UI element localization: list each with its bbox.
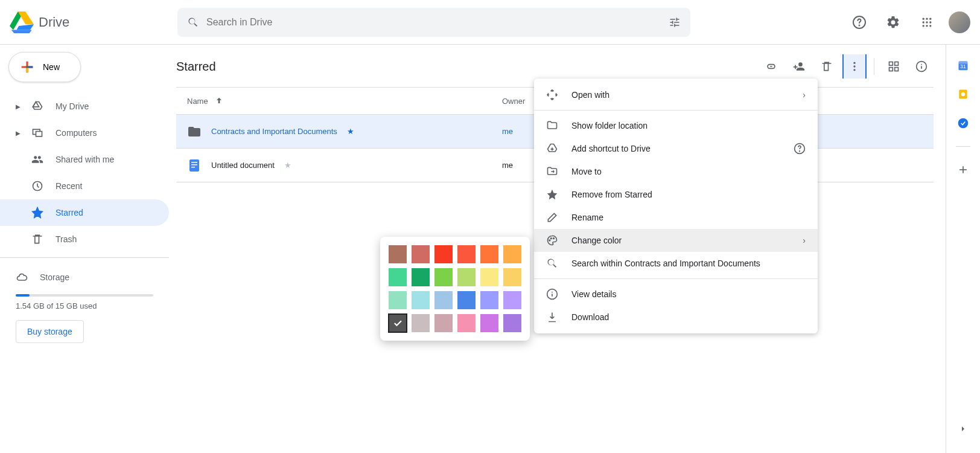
nav-shared[interactable]: Shared with me [0, 146, 169, 173]
menu-open-with[interactable]: Open with › [534, 83, 818, 106]
tune-icon[interactable] [669, 16, 681, 28]
computers-icon [31, 127, 43, 139]
color-swatch[interactable] [503, 245, 521, 263]
color-swatch[interactable] [480, 291, 498, 309]
color-swatch[interactable] [434, 314, 453, 332]
svg-point-34 [549, 240, 550, 241]
help-button[interactable] [847, 10, 871, 34]
search-input[interactable] [206, 17, 661, 28]
color-swatch[interactable] [412, 291, 430, 309]
svg-rect-17 [889, 62, 893, 66]
grid-view-button[interactable] [882, 54, 906, 79]
nav-storage[interactable]: Storage [16, 266, 153, 288]
tasks-icon[interactable] [957, 117, 969, 129]
color-swatch[interactable] [457, 314, 476, 332]
color-swatch[interactable] [457, 245, 476, 263]
chevron-right-icon: › [803, 90, 806, 100]
nav-computers[interactable]: ▶ Computers [0, 120, 169, 146]
sort-asc-icon [214, 96, 224, 106]
menu-move-to[interactable]: Move to [534, 160, 818, 183]
action-bar [759, 54, 934, 79]
svg-rect-24 [191, 164, 197, 165]
apps-icon [921, 16, 933, 28]
settings-button[interactable] [881, 10, 905, 34]
trash-icon [821, 60, 833, 72]
color-swatch[interactable] [434, 291, 453, 309]
info-icon [915, 60, 928, 72]
color-swatch[interactable] [412, 314, 430, 332]
color-swatch[interactable] [389, 245, 407, 263]
nav-starred[interactable]: Starred [0, 199, 169, 226]
logo[interactable]: Drive [10, 10, 173, 34]
app-header: Drive [0, 0, 980, 45]
svg-point-8 [923, 25, 924, 27]
collapse-rail-button[interactable] [951, 417, 975, 441]
more-actions-button[interactable] [842, 54, 867, 79]
nav-label: Trash [56, 234, 77, 244]
color-swatch[interactable] [503, 314, 521, 332]
menu-view-details[interactable]: View details [534, 283, 818, 306]
get-link-button[interactable] [759, 54, 783, 79]
color-swatch[interactable] [389, 291, 407, 309]
link-icon [765, 60, 777, 72]
recent-icon [31, 180, 43, 192]
page-title: Starred [176, 60, 216, 74]
color-swatch[interactable] [434, 268, 453, 286]
calendar-icon[interactable]: 31 [957, 59, 969, 71]
file-name: Untitled document [211, 161, 275, 170]
color-swatch[interactable] [480, 268, 498, 286]
menu-search-within[interactable]: Search within Contracts and Important Do… [534, 252, 818, 275]
star-filled-icon: ★ [347, 127, 354, 136]
nav-recent[interactable]: Recent [0, 173, 169, 199]
delete-button[interactable] [815, 54, 839, 79]
person-add-icon [793, 60, 805, 72]
color-swatch[interactable] [503, 268, 521, 286]
color-swatch[interactable] [457, 291, 476, 309]
help-icon[interactable] [794, 143, 806, 155]
shared-icon [31, 153, 43, 165]
share-button[interactable] [787, 54, 811, 79]
svg-point-10 [929, 25, 931, 27]
menu-change-color[interactable]: Change color › [534, 229, 818, 252]
keep-icon[interactable] [957, 88, 969, 100]
color-swatch[interactable] [412, 268, 430, 286]
search-bar[interactable] [177, 8, 690, 37]
apps-button[interactable] [915, 10, 939, 34]
svg-point-36 [553, 238, 555, 239]
menu-rename[interactable]: Rename [534, 206, 818, 229]
menu-add-shortcut[interactable]: Add shortcut to Drive [534, 137, 818, 160]
storage-progress [16, 294, 153, 297]
menu-remove-starred[interactable]: Remove from Starred [534, 183, 818, 206]
color-swatch[interactable] [434, 245, 453, 263]
svg-point-15 [853, 65, 855, 67]
color-swatch[interactable] [480, 245, 498, 263]
svg-point-4 [929, 18, 931, 19]
account-avatar[interactable] [949, 11, 970, 33]
nav-my-drive[interactable]: ▶ My Drive [0, 93, 169, 120]
color-swatch[interactable] [457, 268, 476, 286]
col-name[interactable]: Name [176, 96, 502, 106]
details-button[interactable] [909, 54, 934, 79]
menu-download[interactable]: Download [534, 306, 818, 329]
color-swatch[interactable] [389, 268, 407, 286]
more-vert-icon [848, 60, 861, 72]
new-button[interactable]: New [8, 52, 81, 82]
color-swatch[interactable] [389, 314, 407, 332]
svg-point-30 [961, 92, 966, 97]
svg-point-1 [859, 25, 860, 25]
star-empty-icon: ★ [284, 161, 291, 170]
star-icon [31, 207, 43, 219]
buy-storage-button[interactable]: Buy storage [16, 320, 84, 343]
color-swatch[interactable] [480, 314, 498, 332]
app-name: Drive [39, 14, 69, 30]
chevron-right-icon [958, 424, 968, 434]
folder-icon [187, 124, 202, 139]
add-icon[interactable] [957, 164, 969, 176]
nav-trash[interactable]: Trash [0, 226, 169, 252]
color-swatch[interactable] [503, 291, 521, 309]
svg-point-6 [926, 21, 928, 23]
nav-label: Computers [56, 128, 97, 138]
color-swatch[interactable] [412, 245, 430, 263]
menu-show-folder[interactable]: Show folder location [534, 114, 818, 137]
new-button-label: New [43, 62, 60, 72]
